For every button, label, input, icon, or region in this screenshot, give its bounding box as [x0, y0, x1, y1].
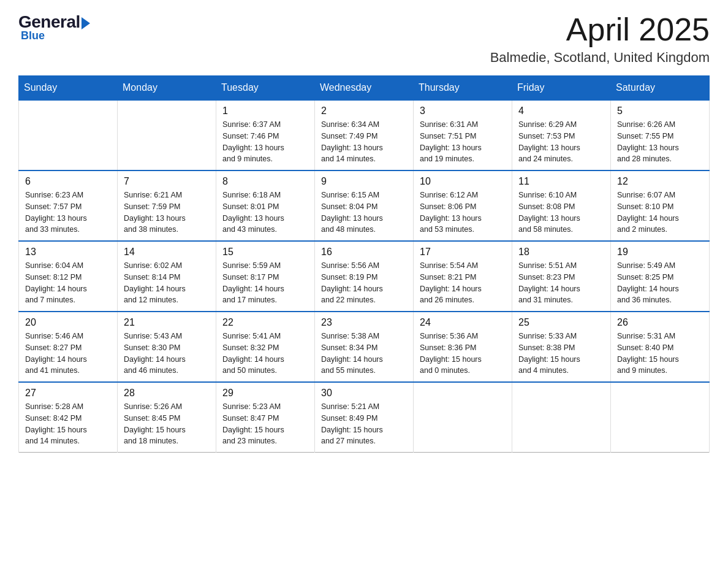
calendar-day-2: 2Sunrise: 6:34 AMSunset: 7:49 PMDaylight… [315, 100, 414, 170]
calendar-day-23: 23Sunrise: 5:38 AMSunset: 8:34 PMDayligh… [315, 312, 414, 382]
day-number: 10 [420, 176, 506, 187]
calendar-day-8: 8Sunrise: 6:18 AMSunset: 8:01 PMDaylight… [216, 170, 315, 241]
day-number: 20 [25, 317, 111, 328]
day-number: 30 [321, 388, 407, 399]
calendar-empty-cell [611, 382, 710, 453]
day-number: 23 [321, 317, 407, 328]
calendar-day-7: 7Sunrise: 6:21 AMSunset: 7:59 PMDaylight… [118, 170, 216, 241]
day-info: Sunrise: 6:12 AMSunset: 8:06 PMDaylight:… [420, 190, 506, 236]
day-number: 8 [222, 176, 308, 187]
day-number: 9 [321, 176, 407, 187]
weekday-header-saturday: Saturday [611, 76, 710, 101]
day-number: 5 [617, 105, 703, 117]
calendar-empty-cell [118, 100, 216, 170]
calendar-day-17: 17Sunrise: 5:54 AMSunset: 8:21 PMDayligh… [414, 241, 512, 312]
calendar-day-13: 13Sunrise: 6:04 AMSunset: 8:12 PMDayligh… [19, 241, 118, 312]
day-number: 3 [420, 105, 506, 117]
day-info: Sunrise: 5:36 AMSunset: 8:36 PMDaylight:… [420, 331, 506, 377]
calendar-day-20: 20Sunrise: 5:46 AMSunset: 8:27 PMDayligh… [19, 312, 118, 382]
day-number: 12 [617, 176, 703, 187]
logo-triangle-icon [82, 17, 90, 29]
calendar-empty-cell [19, 100, 118, 170]
day-info: Sunrise: 5:21 AMSunset: 8:49 PMDaylight:… [321, 401, 407, 447]
day-info: Sunrise: 5:26 AMSunset: 8:45 PMDaylight:… [124, 401, 210, 447]
calendar-day-18: 18Sunrise: 5:51 AMSunset: 8:23 PMDayligh… [512, 241, 611, 312]
calendar-empty-cell [414, 382, 512, 453]
day-info: Sunrise: 6:31 AMSunset: 7:51 PMDaylight:… [420, 119, 506, 165]
day-info: Sunrise: 6:07 AMSunset: 8:10 PMDaylight:… [617, 190, 703, 236]
weekday-header-wednesday: Wednesday [315, 76, 414, 101]
day-info: Sunrise: 5:43 AMSunset: 8:30 PMDaylight:… [124, 331, 210, 377]
day-number: 19 [617, 247, 703, 258]
calendar-week-row: 1Sunrise: 6:37 AMSunset: 7:46 PMDaylight… [19, 100, 710, 170]
day-info: Sunrise: 6:02 AMSunset: 8:14 PMDaylight:… [124, 260, 210, 306]
day-info: Sunrise: 6:21 AMSunset: 7:59 PMDaylight:… [124, 190, 210, 236]
day-number: 24 [420, 317, 506, 328]
calendar-day-19: 19Sunrise: 5:49 AMSunset: 8:25 PMDayligh… [611, 241, 710, 312]
day-info: Sunrise: 5:33 AMSunset: 8:38 PMDaylight:… [518, 331, 604, 377]
day-info: Sunrise: 6:15 AMSunset: 8:04 PMDaylight:… [321, 190, 407, 236]
day-number: 18 [518, 247, 604, 258]
day-number: 2 [321, 105, 407, 117]
calendar-day-21: 21Sunrise: 5:43 AMSunset: 8:30 PMDayligh… [118, 312, 216, 382]
day-number: 29 [222, 388, 308, 399]
logo-blue-text: Blue [21, 29, 45, 42]
calendar-day-15: 15Sunrise: 5:59 AMSunset: 8:17 PMDayligh… [216, 241, 315, 312]
calendar-day-25: 25Sunrise: 5:33 AMSunset: 8:38 PMDayligh… [512, 312, 611, 382]
day-info: Sunrise: 5:56 AMSunset: 8:19 PMDaylight:… [321, 260, 407, 306]
day-number: 17 [420, 247, 506, 258]
calendar-day-22: 22Sunrise: 5:41 AMSunset: 8:32 PMDayligh… [216, 312, 315, 382]
day-info: Sunrise: 6:10 AMSunset: 8:08 PMDaylight:… [518, 190, 604, 236]
calendar-day-26: 26Sunrise: 5:31 AMSunset: 8:40 PMDayligh… [611, 312, 710, 382]
day-info: Sunrise: 5:54 AMSunset: 8:21 PMDaylight:… [420, 260, 506, 306]
page-header: General Blue April 2025 Balmedie, Scotla… [18, 12, 710, 66]
day-number: 11 [518, 176, 604, 187]
location-title: Balmedie, Scotland, United Kingdom [490, 50, 710, 66]
calendar-day-12: 12Sunrise: 6:07 AMSunset: 8:10 PMDayligh… [611, 170, 710, 241]
calendar-week-row: 13Sunrise: 6:04 AMSunset: 8:12 PMDayligh… [19, 241, 710, 312]
day-number: 26 [617, 317, 703, 328]
calendar-week-row: 20Sunrise: 5:46 AMSunset: 8:27 PMDayligh… [19, 312, 710, 382]
weekday-header-sunday: Sunday [19, 76, 118, 101]
calendar-day-6: 6Sunrise: 6:23 AMSunset: 7:57 PMDaylight… [19, 170, 118, 241]
calendar-day-5: 5Sunrise: 6:26 AMSunset: 7:55 PMDaylight… [611, 100, 710, 170]
calendar-empty-cell [512, 382, 611, 453]
day-number: 28 [124, 388, 210, 399]
calendar-day-11: 11Sunrise: 6:10 AMSunset: 8:08 PMDayligh… [512, 170, 611, 241]
weekday-header-thursday: Thursday [414, 76, 512, 101]
day-number: 25 [518, 317, 604, 328]
day-number: 27 [25, 388, 111, 399]
day-info: Sunrise: 5:31 AMSunset: 8:40 PMDaylight:… [617, 331, 703, 377]
logo: General Blue [18, 12, 90, 42]
day-number: 13 [25, 247, 111, 258]
calendar-day-30: 30Sunrise: 5:21 AMSunset: 8:49 PMDayligh… [315, 382, 414, 453]
day-info: Sunrise: 5:28 AMSunset: 8:42 PMDaylight:… [25, 401, 111, 447]
day-number: 6 [25, 176, 111, 187]
day-number: 22 [222, 317, 308, 328]
calendar-day-4: 4Sunrise: 6:29 AMSunset: 7:53 PMDaylight… [512, 100, 611, 170]
calendar-day-1: 1Sunrise: 6:37 AMSunset: 7:46 PMDaylight… [216, 100, 315, 170]
calendar-week-row: 27Sunrise: 5:28 AMSunset: 8:42 PMDayligh… [19, 382, 710, 453]
calendar-header-row: SundayMondayTuesdayWednesdayThursdayFrid… [19, 76, 710, 101]
calendar-day-3: 3Sunrise: 6:31 AMSunset: 7:51 PMDaylight… [414, 100, 512, 170]
calendar-table: SundayMondayTuesdayWednesdayThursdayFrid… [18, 75, 710, 453]
day-info: Sunrise: 6:23 AMSunset: 7:57 PMDaylight:… [25, 190, 111, 236]
day-number: 21 [124, 317, 210, 328]
day-info: Sunrise: 5:46 AMSunset: 8:27 PMDaylight:… [25, 331, 111, 377]
day-info: Sunrise: 6:37 AMSunset: 7:46 PMDaylight:… [222, 119, 308, 165]
day-info: Sunrise: 5:59 AMSunset: 8:17 PMDaylight:… [222, 260, 308, 306]
day-info: Sunrise: 5:49 AMSunset: 8:25 PMDaylight:… [617, 260, 703, 306]
calendar-day-28: 28Sunrise: 5:26 AMSunset: 8:45 PMDayligh… [118, 382, 216, 453]
day-info: Sunrise: 5:41 AMSunset: 8:32 PMDaylight:… [222, 331, 308, 377]
day-info: Sunrise: 5:23 AMSunset: 8:47 PMDaylight:… [222, 401, 308, 447]
day-number: 15 [222, 247, 308, 258]
day-info: Sunrise: 6:26 AMSunset: 7:55 PMDaylight:… [617, 119, 703, 165]
calendar-day-29: 29Sunrise: 5:23 AMSunset: 8:47 PMDayligh… [216, 382, 315, 453]
day-info: Sunrise: 6:18 AMSunset: 8:01 PMDaylight:… [222, 190, 308, 236]
weekday-header-monday: Monday [118, 76, 216, 101]
calendar-week-row: 6Sunrise: 6:23 AMSunset: 7:57 PMDaylight… [19, 170, 710, 241]
day-number: 16 [321, 247, 407, 258]
calendar-day-10: 10Sunrise: 6:12 AMSunset: 8:06 PMDayligh… [414, 170, 512, 241]
day-info: Sunrise: 6:34 AMSunset: 7:49 PMDaylight:… [321, 119, 407, 165]
day-info: Sunrise: 6:04 AMSunset: 8:12 PMDaylight:… [25, 260, 111, 306]
